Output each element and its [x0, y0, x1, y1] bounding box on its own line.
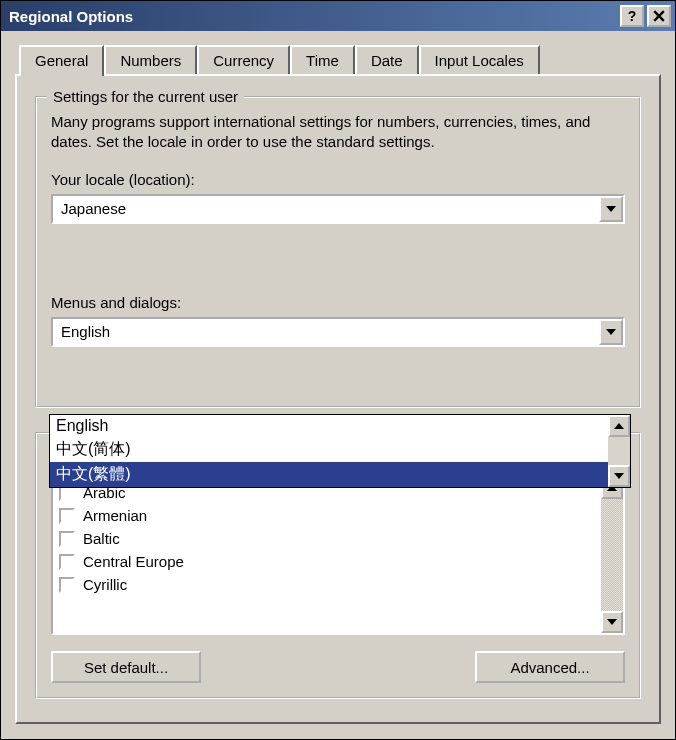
list-item-label: Baltic — [83, 530, 120, 547]
chevron-down-icon — [606, 329, 616, 335]
window: Regional Options ? General Numbers Curre… — [0, 0, 676, 740]
list-item-label: Central Europe — [83, 553, 184, 570]
menus-label: Menus and dialogs: — [51, 294, 625, 311]
locale-value: Japanese — [53, 200, 599, 217]
close-button[interactable] — [647, 5, 671, 27]
chevron-down-icon — [614, 473, 624, 479]
dropdown-items: English 中文(简体) 中文(繁體) — [50, 415, 608, 487]
locale-combo-button[interactable] — [599, 196, 623, 222]
languages-listbox[interactable]: Arabic Armenian Baltic Central Euro — [51, 475, 625, 635]
scroll-down-button[interactable] — [608, 465, 630, 487]
checkbox[interactable] — [59, 531, 75, 547]
close-icon — [653, 10, 665, 22]
group-title: Settings for the current user — [47, 88, 244, 105]
tabstrip: General Numbers Currency Time Date Input… — [19, 45, 661, 74]
tabpanel-general: Settings for the current user Many progr… — [15, 74, 661, 724]
help-button[interactable]: ? — [620, 5, 644, 27]
set-default-button[interactable]: Set default... — [51, 651, 201, 683]
titlebar: Regional Options ? — [1, 1, 675, 31]
client-area: General Numbers Currency Time Date Input… — [1, 31, 675, 739]
tab-label: Date — [371, 52, 403, 69]
listbox-scrollbar[interactable] — [601, 477, 623, 633]
locale-label: Your locale (location): — [51, 171, 625, 188]
chevron-down-icon — [606, 206, 616, 212]
tab-label: Input Locales — [435, 52, 524, 69]
locale-combo[interactable]: Japanese — [51, 194, 625, 224]
menus-dropdown[interactable]: English 中文(简体) 中文(繁體) — [49, 414, 631, 488]
tab-label: Currency — [213, 52, 274, 69]
menus-combo-button[interactable] — [599, 319, 623, 345]
group-desc: Many programs support international sett… — [51, 112, 625, 153]
window-title: Regional Options — [9, 8, 617, 25]
dropdown-item-label: 中文(繁體) — [56, 465, 131, 482]
dropdown-item-label: 中文(简体) — [56, 440, 131, 457]
tab-general[interactable]: General — [19, 45, 104, 76]
menus-combo[interactable]: English — [51, 317, 625, 347]
dropdown-item-english[interactable]: English — [50, 415, 608, 437]
advanced-button[interactable]: Advanced... — [475, 651, 625, 683]
button-label: Advanced... — [510, 659, 589, 676]
tab-date[interactable]: Date — [355, 45, 419, 74]
list-item-label: Cyrillic — [83, 576, 127, 593]
chevron-up-icon — [614, 423, 624, 429]
list-item[interactable]: Armenian — [59, 504, 595, 527]
checkbox[interactable] — [59, 554, 75, 570]
list-item[interactable]: Cyrillic — [59, 573, 595, 596]
list-item[interactable]: Central Europe — [59, 550, 595, 573]
tab-label: Numbers — [120, 52, 181, 69]
chevron-down-icon — [607, 619, 617, 625]
tab-time[interactable]: Time — [290, 45, 355, 74]
checkbox[interactable] — [59, 508, 75, 524]
button-label: Set default... — [84, 659, 168, 676]
dropdown-item-label: English — [56, 417, 108, 434]
tab-input-locales[interactable]: Input Locales — [419, 45, 540, 74]
tab-label: General — [35, 52, 88, 69]
checkbox[interactable] — [59, 577, 75, 593]
listbox-items: Arabic Armenian Baltic Central Euro — [53, 477, 601, 633]
menus-value: English — [53, 323, 599, 340]
tab-numbers[interactable]: Numbers — [104, 45, 197, 74]
tab-label: Time — [306, 52, 339, 69]
scroll-down-button[interactable] — [601, 611, 623, 633]
list-item-label: Armenian — [83, 507, 147, 524]
dropdown-scrollbar[interactable] — [608, 415, 630, 487]
group-current-user: Settings for the current user Many progr… — [35, 96, 641, 408]
scroll-up-button[interactable] — [608, 415, 630, 437]
dropdown-item-zh-traditional[interactable]: 中文(繁體) — [50, 462, 608, 487]
dropdown-item-zh-simplified[interactable]: 中文(简体) — [50, 437, 608, 462]
list-item[interactable]: Baltic — [59, 527, 595, 550]
button-row: Set default... Advanced... — [51, 651, 625, 683]
tab-currency[interactable]: Currency — [197, 45, 290, 74]
scroll-track[interactable] — [601, 499, 623, 611]
